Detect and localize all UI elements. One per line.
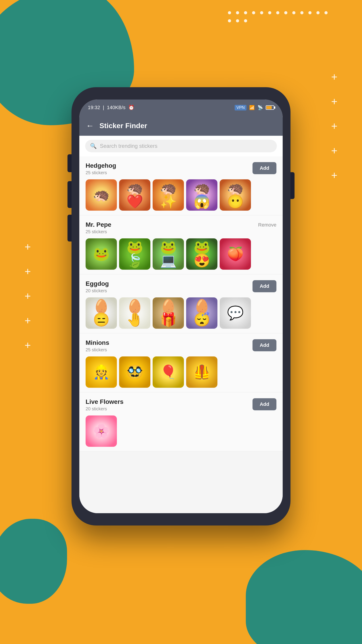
pack-header-minions: Minions 25 stickers Add bbox=[86, 339, 276, 352]
status-time-speed: 19:32 | 140KB/s ⏰ bbox=[88, 105, 134, 110]
pack-count-live-flowers: 20 stickers bbox=[86, 406, 124, 412]
phone-shell: 19:32 | 140KB/s ⏰ VPN 📶 📡 ← Sticker Find… bbox=[71, 87, 291, 526]
sticker-row-mr-pepe: 🐸 🐸🍃 🐸💻 🐸😍 🍑 bbox=[86, 238, 276, 270]
pack-info-minions: Minions 25 stickers bbox=[86, 339, 109, 352]
search-input-wrapper[interactable]: 🔍 Search trending stickers bbox=[85, 140, 277, 152]
pack-name-hedgehog: Hedgehog bbox=[86, 162, 116, 169]
sticker-item: 👷 bbox=[86, 356, 117, 388]
phone-button-left-2 bbox=[67, 181, 71, 208]
plus-icon-left-2: + bbox=[24, 266, 31, 277]
sticker-row-minions: 👷 🥸 🎈 🦺 bbox=[86, 356, 276, 388]
sticker-item: 🌸 bbox=[86, 416, 117, 447]
phone-button-left-3 bbox=[67, 215, 71, 242]
pack-count-minions: 25 stickers bbox=[86, 347, 109, 352]
sticker-item: 🦔😶 bbox=[220, 179, 251, 211]
sticker-row-eggdog: 🥚😑 🥚🤚 🥚🎁 🥚😴 💬 bbox=[86, 298, 276, 329]
sticker-item: 🐸 bbox=[86, 238, 117, 270]
plus-icon-left-1: + bbox=[24, 242, 31, 252]
search-bar-container: 🔍 Search trending stickers bbox=[79, 136, 283, 156]
sticker-item: 🐸😍 bbox=[186, 238, 217, 270]
page-title: Sticker Finder bbox=[99, 122, 147, 130]
sticker-item: 🥚😴 bbox=[186, 298, 217, 329]
sticker-pack-hedgehog: Hedgehog 25 stickers Add 🦔 🦔❤️ 🦔✨ 🦔😱 🦔😶 bbox=[79, 156, 283, 215]
app-header: ← Sticker Finder bbox=[79, 116, 283, 136]
sticker-row-live-flowers: 🌸 bbox=[86, 416, 276, 447]
status-time: 19:32 bbox=[88, 105, 100, 110]
search-icon: 🔍 bbox=[90, 143, 97, 149]
sticker-item: 🦔✨ bbox=[153, 179, 184, 211]
signal-icon: 📶 bbox=[249, 105, 255, 110]
pack-header-hedgehog: Hedgehog 25 stickers Add bbox=[86, 162, 276, 175]
pack-header-live-flowers: Live Flowers 20 stickers Add bbox=[86, 398, 276, 412]
plus-icon-right-3: + bbox=[331, 121, 338, 132]
plus-icon-left-5: + bbox=[24, 340, 31, 350]
pack-info-hedgehog: Hedgehog 25 stickers bbox=[86, 162, 116, 175]
plus-icon-right-1: + bbox=[331, 72, 338, 82]
battery-fill bbox=[266, 106, 272, 109]
sticker-item: 🐸💻 bbox=[153, 238, 184, 270]
back-button[interactable]: ← bbox=[86, 121, 94, 130]
status-bar: 19:32 | 140KB/s ⏰ VPN 📶 📡 bbox=[79, 100, 283, 116]
sticker-pack-eggdog: Eggdog 20 stickers Add 🥚😑 🥚🤚 🥚🎁 🥚😴 💬 bbox=[79, 274, 283, 334]
phone-screen: 19:32 | 140KB/s ⏰ VPN 📶 📡 ← Sticker Find… bbox=[79, 100, 283, 513]
pack-count-eggdog: 20 stickers bbox=[86, 288, 109, 294]
sticker-item: 🥚😑 bbox=[86, 298, 117, 329]
phone-button-left-1 bbox=[67, 154, 71, 172]
sticker-item: 🥸 bbox=[119, 356, 150, 388]
status-speed: 140KB/s bbox=[107, 105, 125, 110]
plus-icon-left-4: + bbox=[24, 315, 31, 326]
pack-header-mr-pepe: Mr. Pepe 25 stickers Remove bbox=[86, 221, 276, 234]
status-icons: VPN 📶 📡 bbox=[235, 105, 274, 110]
remove-button-mr-pepe[interactable]: Remove bbox=[258, 221, 276, 228]
sticker-item: 💬 bbox=[220, 298, 251, 329]
battery-icon bbox=[266, 105, 274, 110]
pack-count-mr-pepe: 25 stickers bbox=[86, 229, 111, 234]
plus-icon-left-3: + bbox=[24, 291, 31, 302]
pack-name-eggdog: Eggdog bbox=[86, 280, 109, 287]
sticker-item: 🥚🤚 bbox=[119, 298, 150, 329]
pack-info-live-flowers: Live Flowers 20 stickers bbox=[86, 398, 124, 412]
add-button-eggdog[interactable]: Add bbox=[253, 280, 276, 292]
sticker-pack-live-flowers: Live Flowers 20 stickers Add 🌸 bbox=[79, 392, 283, 452]
add-button-live-flowers[interactable]: Add bbox=[253, 398, 276, 410]
pack-count-hedgehog: 25 stickers bbox=[86, 170, 116, 175]
sticker-list[interactable]: Hedgehog 25 stickers Add 🦔 🦔❤️ 🦔✨ 🦔😱 🦔😶 bbox=[79, 156, 283, 513]
sticker-item: 🦔 bbox=[86, 179, 117, 211]
search-input[interactable]: Search trending stickers bbox=[100, 143, 157, 149]
pack-info-mr-pepe: Mr. Pepe 25 stickers bbox=[86, 221, 111, 234]
sticker-row-hedgehog: 🦔 🦔❤️ 🦔✨ 🦔😱 🦔😶 bbox=[86, 179, 276, 211]
plus-icon-right-5: + bbox=[331, 170, 338, 181]
background-blob-bottomleft bbox=[0, 519, 67, 604]
plus-icon-right-2: + bbox=[331, 96, 338, 107]
sticker-pack-mr-pepe: Mr. Pepe 25 stickers Remove 🐸 🐸🍃 🐸💻 🐸😍 🍑 bbox=[79, 215, 283, 274]
add-button-minions[interactable]: Add bbox=[253, 339, 276, 351]
add-button-hedgehog[interactable]: Add bbox=[253, 162, 276, 174]
plus-icon-right-4: + bbox=[331, 145, 338, 156]
background-blob-bottomright bbox=[246, 550, 362, 644]
sticker-item: 🦔❤️ bbox=[119, 179, 150, 211]
sticker-item: 🐸🍃 bbox=[119, 238, 150, 270]
pack-name-live-flowers: Live Flowers bbox=[86, 398, 124, 406]
pack-info-eggdog: Eggdog 20 stickers bbox=[86, 280, 109, 294]
sticker-item: 🦔😱 bbox=[186, 179, 217, 211]
vpn-label: VPN bbox=[235, 105, 247, 110]
wifi-icon: 📡 bbox=[257, 105, 263, 110]
sticker-item: 🍑 bbox=[220, 238, 251, 270]
sticker-item: 🦺 bbox=[186, 356, 217, 388]
sticker-item: 🎈 bbox=[153, 356, 184, 388]
phone-button-right bbox=[291, 172, 295, 199]
sticker-pack-minions: Minions 25 stickers Add 👷 🥸 🎈 🦺 bbox=[79, 334, 283, 392]
pack-header-eggdog: Eggdog 20 stickers Add bbox=[86, 280, 276, 294]
decorative-dots bbox=[228, 11, 335, 22]
pack-name-mr-pepe: Mr. Pepe bbox=[86, 221, 111, 228]
pack-name-minions: Minions bbox=[86, 339, 109, 346]
sticker-item: 🥚🎁 bbox=[153, 298, 184, 329]
